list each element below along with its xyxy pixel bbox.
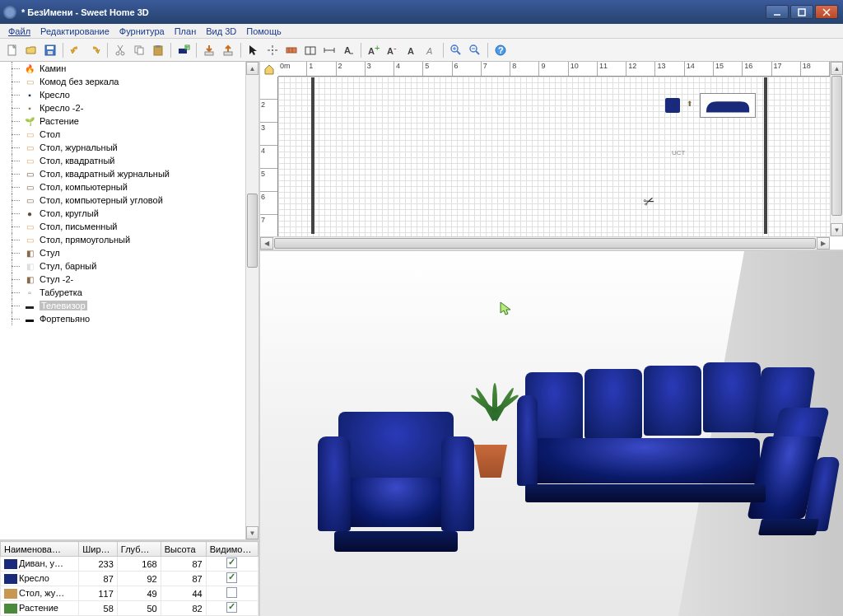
3d-view[interactable] (260, 251, 843, 616)
cell-visible[interactable] (206, 601, 258, 616)
help-button[interactable]: ? (491, 41, 510, 59)
plan-view[interactable]: 0m123456789101112131415161718 234567 ⬆ U… (260, 62, 843, 251)
create-text-button[interactable]: A (339, 41, 357, 59)
export-button[interactable] (219, 41, 237, 59)
zoom-in-button[interactable] (447, 41, 465, 59)
close-button[interactable] (815, 5, 838, 19)
redo-button[interactable] (86, 41, 104, 59)
catalog-item[interactable]: ▭Стол, компьютерный угловой (0, 194, 245, 207)
catalog-item[interactable]: ◧Стул -2- (0, 273, 245, 286)
catalog-item[interactable]: ▫Табуретка (0, 286, 245, 299)
minimize-button[interactable] (766, 5, 789, 19)
menu-view3d[interactable]: Вид 3D (201, 26, 241, 37)
catalog-item[interactable]: ▭Стол, квадратный журнальный (0, 167, 245, 180)
catalog-item[interactable]: ▭Стол (0, 128, 245, 141)
scroll-thumb[interactable] (831, 76, 842, 216)
plan-furniture-chair[interactable] (665, 98, 680, 113)
import-button[interactable] (200, 41, 218, 59)
scroll-up-icon[interactable]: ▲ (246, 62, 258, 75)
catalog-item[interactable]: ▬Телевизор (0, 299, 245, 312)
catalog-item[interactable]: ▭Комод без зеркала (0, 75, 245, 88)
create-walls-button[interactable] (282, 41, 300, 59)
plan-selection-box[interactable] (700, 93, 756, 118)
scroll-up-icon[interactable]: ▲ (831, 62, 843, 75)
catalog-item[interactable]: 🔥Камин (0, 62, 245, 75)
svg-text:+: + (375, 44, 380, 53)
pan-tool-button[interactable] (263, 41, 282, 59)
scroll-thumb[interactable] (274, 238, 816, 249)
checkbox-icon[interactable] (226, 587, 237, 598)
col-depth[interactable]: Глуб… (117, 542, 161, 557)
col-height[interactable]: Высота (161, 542, 206, 557)
toolbar-separator (443, 43, 444, 58)
zoom-out-button[interactable] (466, 41, 484, 59)
text-decrease-button[interactable]: A- (384, 41, 402, 59)
catalog-item[interactable]: ◧Стул, барный (0, 259, 245, 273)
wall-segment[interactable] (764, 77, 767, 234)
furniture-icon: 🌱 (23, 115, 36, 127)
3d-armchair[interactable] (318, 412, 474, 552)
table-row[interactable]: Стол, жу…1174944 (1, 586, 258, 601)
catalog-list[interactable]: 🔥Камин▭Комод без зеркала▪Кресло▪Кресло -… (0, 62, 245, 539)
scroll-down-icon[interactable]: ▼ (246, 526, 258, 539)
catalog-item[interactable]: ●Стол, круглый (0, 207, 245, 220)
create-room-button[interactable] (301, 41, 319, 59)
menu-plan[interactable]: План (170, 26, 202, 37)
cell-visible[interactable] (206, 586, 258, 601)
checkbox-icon[interactable] (226, 572, 237, 583)
catalog-item[interactable]: ▪Кресло -2- (0, 101, 245, 114)
catalog-scrollbar[interactable]: ▲ ▼ (245, 62, 258, 539)
scroll-thumb[interactable] (247, 194, 258, 268)
right-column: 0m123456789101112131415161718 234567 ⬆ U… (260, 62, 843, 616)
catalog-item[interactable]: ▭Стол, журнальный (0, 141, 245, 154)
col-name[interactable]: Наименова… (1, 542, 79, 557)
plan-scrollbar-h[interactable]: ◀ ▶ (260, 236, 830, 250)
plan-furniture-plant[interactable]: ⬆ (687, 100, 693, 108)
cut-button[interactable] (111, 41, 129, 59)
create-dimensions-button[interactable] (320, 41, 338, 59)
catalog-item[interactable]: ▭Стол, письменный (0, 220, 245, 233)
menu-furniture[interactable]: Фурнитура (114, 26, 170, 37)
cell-visible[interactable] (206, 572, 258, 586)
col-width[interactable]: Шир… (79, 542, 118, 557)
camera-icon[interactable]: ✂ (641, 192, 657, 210)
3d-corner-sofa[interactable] (517, 362, 838, 535)
text-bold-button[interactable]: A (403, 41, 421, 59)
menu-edit[interactable]: Редактирование (35, 26, 114, 37)
add-furniture-button[interactable] (175, 41, 193, 59)
paste-button[interactable] (149, 41, 167, 59)
maximize-button[interactable] (790, 5, 813, 19)
table-row[interactable]: Кресло879287 (1, 572, 258, 586)
catalog-item[interactable]: ▭Стол, квадратный (0, 154, 245, 167)
save-button[interactable] (41, 41, 59, 59)
text-increase-button[interactable]: A+ (365, 41, 383, 59)
new-button[interactable] (3, 41, 21, 59)
scroll-right-icon[interactable]: ▶ (817, 237, 830, 250)
copy-button[interactable] (130, 41, 148, 59)
menu-file[interactable]: Файл (3, 26, 35, 37)
catalog-item[interactable]: ▭Стол, компьютерный (0, 180, 245, 194)
select-tool-button[interactable] (245, 41, 263, 59)
text-italic-button[interactable]: A (422, 41, 440, 59)
undo-button[interactable] (67, 41, 85, 59)
catalog-item[interactable]: ▭Стол, прямоугольный (0, 233, 245, 246)
cell-visible[interactable] (206, 557, 258, 572)
catalog-item[interactable]: ◧Стул (0, 246, 245, 259)
table-row[interactable]: Диван, у…23316887 (1, 557, 258, 572)
scroll-left-icon[interactable]: ◀ (260, 237, 273, 250)
3d-plant[interactable] (470, 445, 511, 478)
checkbox-icon[interactable] (226, 602, 237, 613)
catalog-item[interactable]: 🌱Растение (0, 114, 245, 128)
wall-segment[interactable] (311, 77, 314, 234)
catalog-item[interactable]: ▬Фортепьяно (0, 312, 245, 325)
svg-text:A: A (426, 46, 432, 56)
menu-help[interactable]: Помощь (241, 26, 286, 37)
plan-scrollbar-v[interactable]: ▲ ▼ (830, 62, 843, 236)
plan-grid[interactable]: ⬆ UCT ✂ (278, 77, 830, 236)
scroll-down-icon[interactable]: ▼ (831, 223, 843, 236)
table-row[interactable]: Растение585082 (1, 601, 258, 616)
col-visible[interactable]: Видимо… (206, 542, 258, 557)
catalog-item[interactable]: ▪Кресло (0, 88, 245, 101)
open-button[interactable] (22, 41, 40, 59)
checkbox-icon[interactable] (226, 558, 237, 568)
